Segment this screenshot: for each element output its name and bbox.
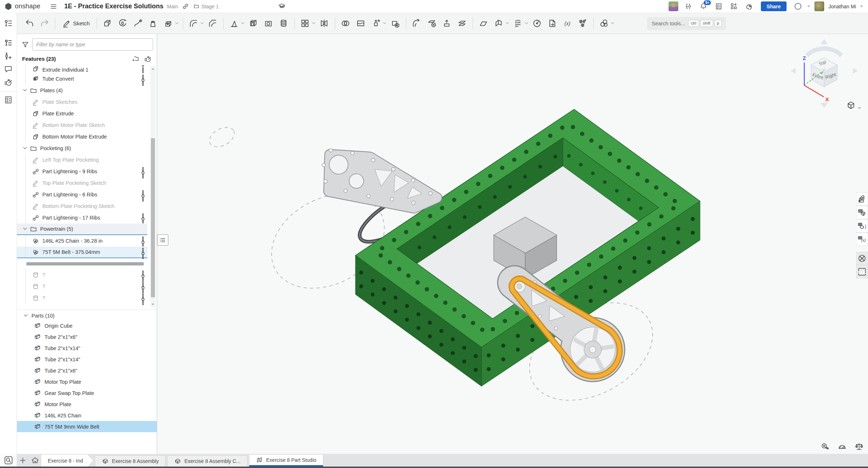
chevron-down-icon[interactable] <box>22 145 28 151</box>
instances-button[interactable] <box>576 16 590 31</box>
helix-dropdown-icon[interactable] <box>524 21 529 26</box>
extrude-button[interactable] <box>100 16 115 31</box>
feature-item[interactable]: 146L #25 Chain - 36.28 in <box>17 235 147 247</box>
feature-item[interactable]: Plate Sketches <box>17 96 147 108</box>
part-item[interactable]: Tube 2"x1"x6" <box>17 331 157 343</box>
linear-pattern-button[interactable] <box>298 16 312 31</box>
parts-header[interactable]: Parts (10) <box>17 310 157 320</box>
modify-fillet-button[interactable] <box>409 16 424 31</box>
boolean-button[interactable] <box>338 16 353 31</box>
feature-item[interactable]: Extrude Individual 1 <box>17 65 147 73</box>
model-scene[interactable] <box>157 34 868 454</box>
chamfer-button[interactable] <box>206 16 220 31</box>
apps-grid-plus-icon[interactable] <box>729 1 739 12</box>
chevron-down-icon[interactable] <box>23 313 29 319</box>
shell-button[interactable] <box>246 16 261 31</box>
linear-pattern-dropdown-icon[interactable] <box>311 21 316 26</box>
comments-rail-button[interactable] <box>2 63 14 75</box>
redo-button[interactable] <box>37 16 52 31</box>
feature-item[interactable]: Bottom Motor Plate Extrude <box>17 131 147 142</box>
draft-button[interactable] <box>227 16 241 31</box>
sweep-button[interactable] <box>131 16 145 31</box>
feature-item[interactable]: Powertrain (5) <box>17 224 147 235</box>
part-item[interactable]: Gear Swap Top Plate <box>17 387 157 399</box>
feature-item[interactable]: Part Lightening - 17 Ribs <box>17 212 147 224</box>
notifications-bell-icon[interactable]: 9+ <box>699 1 709 12</box>
feature-item[interactable]: Bottom Plate Pocketing Sketch <box>17 200 147 212</box>
thicken-dropdown-icon[interactable] <box>174 21 179 26</box>
part-item[interactable]: Tube 2"x1"x14" <box>17 354 157 365</box>
transform-dropdown-icon[interactable] <box>382 21 387 26</box>
custom-tables-button[interactable] <box>856 206 868 219</box>
sketch-button[interactable]: Sketch <box>59 16 93 31</box>
tab-search-button[interactable] <box>0 454 17 467</box>
featurescript-tables-button[interactable]: (x) <box>856 233 868 246</box>
revolve-button[interactable] <box>115 16 130 31</box>
fillet-dropdown-icon[interactable] <box>200 21 205 26</box>
filter-input[interactable] <box>32 38 153 51</box>
feature-tree-scrollbar[interactable] <box>150 66 156 307</box>
import-export-button[interactable] <box>545 16 560 31</box>
undo-button[interactable] <box>22 16 37 31</box>
thicken-button[interactable] <box>161 16 176 31</box>
search-tools-button[interactable]: Search tools... ctrlshiftp <box>647 17 726 30</box>
motor-top-plate[interactable] <box>316 145 443 215</box>
variable-button[interactable]: (x) <box>560 16 575 31</box>
feature-item[interactable]: Plate Extrude <box>17 108 147 119</box>
part-item[interactable]: 75T 5M 9mm Wide Belt <box>17 421 157 432</box>
graphics-viewport[interactable]: Top Front Right Z X Y }(x)MK <box>157 34 868 454</box>
fillet-button[interactable] <box>186 16 201 31</box>
document-tab[interactable]: Exercise 8 Part Studio <box>249 454 323 467</box>
new-folder-button[interactable] <box>131 54 140 63</box>
ai-assistant-icon[interactable] <box>744 1 754 12</box>
link-icon[interactable] <box>182 1 190 12</box>
chevron-down-icon[interactable] <box>22 88 28 93</box>
rollback-bar[interactable] <box>26 262 144 265</box>
suppression-slider-icon[interactable] <box>141 236 145 246</box>
regeneration-time-icon[interactable] <box>143 54 152 63</box>
helix-button[interactable] <box>511 16 525 31</box>
offset-surface-button[interactable] <box>455 16 469 31</box>
feature-item[interactable]: Plates (4) <box>17 85 147 96</box>
delete-part-button[interactable] <box>388 16 403 31</box>
feature-item[interactable]: Tube Convert <box>17 73 147 85</box>
chevron-down-icon[interactable] <box>22 226 28 232</box>
user-avatar[interactable] <box>814 1 824 11</box>
branch-name[interactable]: Main <box>167 4 178 9</box>
help-icon[interactable]: ? <box>793 1 803 12</box>
document-title[interactable]: 1E - Practice Exercise Solutions <box>64 3 163 10</box>
mass-properties-button[interactable] <box>855 442 864 451</box>
feature-item[interactable]: Top Plate Pocketing Sketch <box>17 177 147 189</box>
feature-item[interactable]: Bottom Motor Plate Sketch <box>17 119 147 131</box>
split-button[interactable] <box>354 16 368 31</box>
draft-dropdown-icon[interactable] <box>240 21 245 26</box>
scrollbar-thumb[interactable] <box>151 138 155 297</box>
document-tab[interactable]: Exercise 8 Assembly C... <box>167 455 247 467</box>
home-button[interactable] <box>29 454 41 467</box>
view-display-button[interactable] <box>846 101 861 110</box>
learning-center-icon[interactable] <box>277 1 287 12</box>
mirror-button[interactable] <box>317 16 332 31</box>
insert-feature-rail-button[interactable] <box>2 50 14 62</box>
appearance-dropdown-icon[interactable] <box>610 21 615 26</box>
filter-icon[interactable] <box>21 41 29 48</box>
team-avatar[interactable] <box>669 1 678 11</box>
properties-checklist-rail-button[interactable] <box>2 94 14 106</box>
rib-button[interactable] <box>277 16 291 31</box>
history-rail-button[interactable] <box>2 76 14 88</box>
scroll-down-icon[interactable] <box>151 303 155 306</box>
plane-button[interactable] <box>476 16 491 31</box>
appearance-panel-button[interactable] <box>856 192 868 206</box>
help-caret-icon[interactable] <box>807 4 811 8</box>
feature-list-flyout-button[interactable] <box>157 234 168 246</box>
scroll-up-icon[interactable] <box>151 67 155 71</box>
user-name[interactable]: Jonathan Mi <box>829 4 856 9</box>
suppression-slider-icon[interactable] <box>141 65 145 73</box>
suppression-slider-icon[interactable] <box>141 247 145 257</box>
feature-item[interactable]: 75T 5M Belt - 375.04mm <box>17 247 147 258</box>
feature-item[interactable]: Part Lightening - 6 Ribs <box>17 189 147 200</box>
document-tab[interactable]: Exercise 8 - Ind <box>41 455 93 467</box>
hamburger-menu-icon[interactable] <box>49 2 58 11</box>
suppression-slider-icon[interactable] <box>141 190 145 199</box>
onshape-logo[interactable]: onshape <box>4 3 40 10</box>
